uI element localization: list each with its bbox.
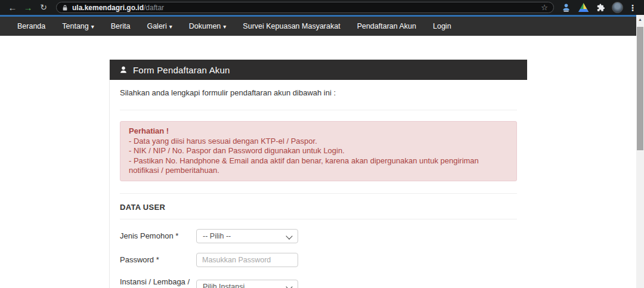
instansi-label: Instansi / Lembaga / Umum * [120, 277, 196, 288]
chevron-down-icon: ▾ [223, 23, 226, 30]
alert-line: - NIK / NIP / No. Paspor dan Password di… [129, 146, 508, 156]
form-row-instansi: Instansi / Lembaga / Umum * Pilih Instan… [120, 277, 517, 288]
nav-item-beranda[interactable]: Beranda [9, 17, 54, 36]
browser-toolbar: ← → ↻ ula.kemendagri.go.id/daftar ☆ ⋮ [0, 0, 644, 15]
forward-button[interactable]: → [20, 0, 36, 15]
jenis-pemohon-label: Jenis Pemohon * [120, 231, 196, 241]
user-icon [119, 66, 128, 74]
browser-menu-icon[interactable]: ⋮ [628, 3, 637, 13]
scroll-up-button[interactable]: ▲ [636, 15, 644, 24]
section-title-data-user: DATA USER [120, 203, 517, 212]
nav-item-survei[interactable]: Survei Kepuasan Masyarakat [234, 17, 348, 36]
chevron-down-icon: ▾ [169, 23, 172, 30]
nav-item-dokumen[interactable]: Dokumen▾ [181, 17, 235, 36]
password-label: Password * [120, 255, 196, 265]
warning-alert: Perhatian ! - Data yang diisi harus sesu… [120, 121, 517, 181]
instansi-select[interactable]: Pilih Instansi [196, 280, 298, 288]
address-bar[interactable]: ula.kemendagri.go.id/daftar ☆ [56, 2, 554, 13]
nav-item-berita[interactable]: Berita [103, 17, 139, 36]
url-path: /daftar [144, 4, 164, 12]
extensions-puzzle-icon[interactable] [595, 2, 606, 14]
form-row-password: Password * [120, 253, 517, 267]
reload-button[interactable]: ↻ [36, 0, 51, 15]
drive-extension-icon[interactable] [577, 2, 589, 14]
form-row-jenis-pemohon: Jenis Pemohon * -- Pilih -- [120, 229, 517, 243]
form-subtitle: Silahkan anda lengkapi formulir pendafta… [120, 88, 517, 98]
divider [120, 193, 517, 194]
nav-item-tentang[interactable]: Tentang▾ [54, 17, 103, 36]
divider [120, 110, 517, 110]
jenis-pemohon-select[interactable]: -- Pilih -- [196, 229, 298, 243]
page-scrollbar: ▲ [636, 15, 644, 288]
nav-item-galeri[interactable]: Galeri▾ [138, 17, 180, 36]
back-button[interactable]: ← [5, 0, 20, 15]
browser-window: ← → ↻ ula.kemendagri.go.id/daftar ☆ ⋮ [0, 0, 644, 288]
alert-line: - Pastikan No. Handphone & Email anda ak… [129, 156, 508, 176]
extension-area: ⋮ [560, 2, 637, 14]
divider [120, 219, 517, 219]
scrollbar-thumb[interactable] [637, 27, 643, 150]
password-field[interactable] [196, 253, 298, 267]
page-title: Form Pendaftaran Akun [133, 65, 230, 75]
site-navbar: Beranda Tentang▾ Berita Galeri▾ Dokumen▾… [0, 17, 636, 36]
alert-line: - Data yang diisi harus sesuai dengan KT… [129, 137, 508, 147]
registration-panel: Form Pendaftaran Akun Silahkan anda leng… [109, 60, 527, 288]
lock-icon [62, 4, 68, 11]
person-extension-icon[interactable] [560, 2, 572, 14]
profile-avatar[interactable] [612, 2, 623, 13]
url-host: ula.kemendagri.go.id [72, 4, 144, 12]
nav-item-pendaftaran-akun[interactable]: Pendaftaran Akun [349, 17, 425, 36]
alert-title: Perhatian ! [129, 126, 508, 137]
panel-body: Silahkan anda lengkapi formulir pendafta… [110, 80, 527, 288]
panel-header: Form Pendaftaran Akun [110, 60, 527, 80]
bookmark-star-icon[interactable]: ☆ [541, 2, 548, 13]
nav-item-login[interactable]: Login [425, 17, 460, 36]
chevron-down-icon: ▾ [91, 23, 94, 30]
